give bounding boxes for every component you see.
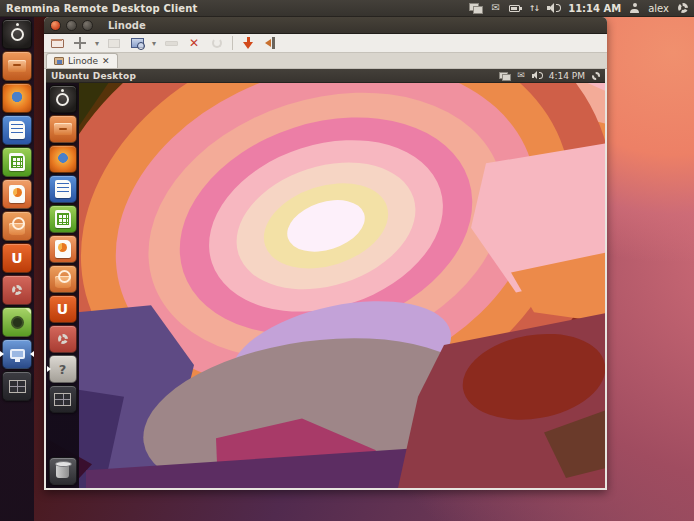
remote-launcher-item-dash[interactable]: [49, 85, 77, 113]
remote-top-panel: Ubuntu Desktop ✉ 4:14 PM: [46, 69, 605, 83]
shopping-bag-icon: [9, 223, 25, 235]
remote-shopping-bag-icon: [55, 276, 71, 288]
disconnect-icon: [242, 37, 254, 50]
launcher-item-software-center[interactable]: [2, 211, 32, 241]
active-app-title: Remmina Remote Desktop Client: [6, 3, 198, 14]
session-gear-icon[interactable]: [678, 3, 688, 13]
remote-launcher-item-workspace-switcher[interactable]: [49, 385, 77, 413]
launcher-item-dash[interactable]: [2, 19, 32, 49]
toolbar-separator: [232, 36, 233, 50]
remote-mail-icon[interactable]: ✉: [517, 71, 525, 80]
window-close-button[interactable]: [50, 20, 61, 31]
disconnect-button[interactable]: [240, 36, 256, 50]
impress-doc-icon: [9, 185, 25, 203]
launcher-item-workspace-switcher[interactable]: [2, 371, 32, 401]
remote-wallpaper-art: [46, 69, 605, 488]
remote-ubuntu-logo-icon: [56, 93, 69, 106]
trash-bin-icon: [56, 464, 69, 478]
refresh-icon: [212, 38, 222, 48]
remote-writer-doc-icon: [55, 180, 71, 198]
ubuntu-logo-icon: [11, 28, 24, 41]
screenshot-button[interactable]: [129, 36, 145, 50]
workspace-grid-icon: [9, 380, 26, 393]
window-minimize-button[interactable]: [66, 20, 77, 31]
sync-arrows-icon[interactable]: ↑↓: [529, 4, 538, 13]
remote-impress-doc-icon: [55, 240, 71, 258]
connection-tab-linode[interactable]: Linode ✕: [46, 53, 118, 68]
remote-launcher-item-libreoffice-writer[interactable]: [49, 175, 77, 203]
remote-volume-wave: [539, 72, 543, 79]
ubuntu-circle-icon: [11, 316, 24, 329]
plug-icon: [265, 37, 278, 49]
running-indicator: [0, 351, 4, 357]
remote-launcher-item-software-center[interactable]: [49, 265, 77, 293]
remote-desktop-view[interactable]: Ubuntu Desktop ✉ 4:14 PM U: [44, 69, 607, 490]
screen: Remmina Remote Desktop Client ✉ ↑↓ 11:14…: [0, 0, 694, 521]
remmina-toolbar: ▾ ▾ ✕: [44, 34, 607, 53]
remote-launcher-item-home-folder[interactable]: [49, 115, 77, 143]
scaled-mode-button: [106, 36, 122, 50]
top-panel: Remmina Remote Desktop Client ✉ ↑↓ 11:14…: [0, 0, 694, 17]
remote-network-icon[interactable]: [499, 72, 510, 80]
remote-running-indicator: [47, 366, 51, 372]
remote-session-gear-icon[interactable]: [592, 72, 600, 80]
connection-tabbar: Linode ✕: [44, 53, 607, 69]
remote-indicator-tray: ✉ 4:14 PM: [499, 71, 600, 81]
launcher-item-libreoffice-calc[interactable]: [2, 147, 32, 177]
remote-wallpaper[interactable]: [46, 69, 605, 488]
mail-icon[interactable]: ✉: [491, 3, 499, 13]
remote-calc-doc-icon: [55, 210, 71, 228]
calc-doc-icon: [9, 153, 25, 171]
remote-panel-title: Ubuntu Desktop: [51, 71, 136, 81]
user-icon: [630, 3, 639, 13]
launcher-item-remmina[interactable]: [2, 339, 32, 369]
refresh-button: [209, 36, 225, 50]
window-titlebar[interactable]: Linode: [44, 17, 607, 34]
network-icon[interactable]: [469, 3, 482, 13]
screenshot-dropdown[interactable]: ▾: [152, 36, 156, 50]
clock[interactable]: 11:14 AM: [568, 3, 621, 14]
resize-arrows-icon: [74, 37, 86, 49]
remote-launcher-item-trash[interactable]: [49, 457, 77, 485]
volume-wave: [556, 4, 561, 12]
remote-launcher-item-libreoffice-impress[interactable]: [49, 235, 77, 263]
tab-label: Linode: [68, 56, 98, 66]
launcher-item-system-settings[interactable]: [2, 275, 32, 305]
battery-icon[interactable]: [509, 5, 520, 12]
connection-icon: [54, 57, 64, 65]
launcher-item-ubuntu-software[interactable]: [2, 307, 32, 337]
remote-clock[interactable]: 4:14 PM: [549, 71, 585, 81]
indicator-tray: ✉ ↑↓ 11:14 AM alex: [469, 0, 688, 16]
volume-icon[interactable]: [547, 3, 559, 13]
remote-launcher-item-libreoffice-calc[interactable]: [49, 205, 77, 233]
window-title: Linode: [108, 20, 146, 31]
preferences-button[interactable]: ✕: [186, 36, 202, 50]
remote-desktop-icon: [10, 349, 25, 359]
fit-window-button[interactable]: [72, 36, 88, 50]
remote-launcher-item-system-settings[interactable]: [49, 325, 77, 353]
remote-launcher-item-firefox[interactable]: [49, 145, 77, 173]
remote-unity-launcher: U ?: [46, 83, 79, 488]
remmina-window: Linode ▾ ▾ ✕ Linode ✕: [44, 17, 607, 490]
remote-volume-icon[interactable]: [532, 71, 542, 80]
launcher-item-ubuntu-one[interactable]: U: [2, 243, 32, 273]
window-maximize-button[interactable]: [82, 20, 93, 31]
fullscreen-button[interactable]: [49, 36, 65, 50]
grab-keyboard-button: [163, 36, 179, 50]
keyboard-icon: [165, 41, 178, 46]
launcher-item-home-folder[interactable]: [2, 51, 32, 81]
remote-launcher-item-unknown-window[interactable]: ?: [49, 355, 77, 383]
launcher-item-libreoffice-writer[interactable]: [2, 115, 32, 145]
scale-icon: [108, 39, 120, 48]
remote-home-folder-icon: [54, 123, 72, 135]
remote-settings-gear-icon: [58, 334, 68, 344]
quit-button[interactable]: [263, 36, 279, 50]
remote-launcher-item-ubuntu-one[interactable]: U: [49, 295, 77, 323]
launcher-item-firefox[interactable]: [2, 83, 32, 113]
username[interactable]: alex: [648, 3, 669, 14]
focused-indicator: [30, 351, 34, 357]
tab-close-icon[interactable]: ✕: [102, 56, 110, 66]
launcher-item-libreoffice-impress[interactable]: [2, 179, 32, 209]
fit-window-dropdown[interactable]: ▾: [95, 36, 99, 50]
settings-gear-icon: [12, 285, 22, 295]
